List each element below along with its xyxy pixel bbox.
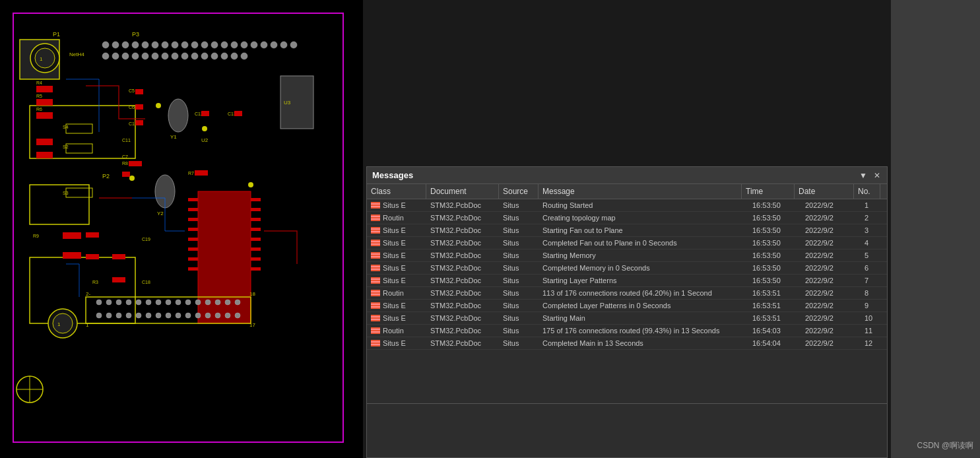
class-text: Situs E xyxy=(383,302,406,310)
svg-point-118 xyxy=(106,300,112,305)
td-class: Routin xyxy=(367,287,426,299)
class-icon xyxy=(371,315,380,321)
table-row[interactable]: Situs ESTM32.PcbDocSitusStarting Fan out… xyxy=(367,224,887,237)
td-source: Situs xyxy=(499,237,539,249)
svg-point-119 xyxy=(116,300,121,305)
svg-rect-90 xyxy=(135,120,143,125)
svg-point-49 xyxy=(152,42,158,48)
svg-point-117 xyxy=(96,300,102,305)
class-text: Situs E xyxy=(383,264,406,272)
td-document: STM32.PcbDoc xyxy=(426,199,499,211)
svg-point-46 xyxy=(122,42,129,48)
svg-text:R6: R6 xyxy=(36,107,42,112)
table-row[interactable]: Situs ESTM32.PcbDocSitusCompleted Memory… xyxy=(367,262,887,275)
svg-point-145 xyxy=(225,313,230,318)
svg-text:R5: R5 xyxy=(36,94,42,98)
svg-text:Y1: Y1 xyxy=(170,134,177,140)
close-button[interactable]: ✕ xyxy=(872,171,882,180)
svg-point-65 xyxy=(112,53,119,59)
svg-point-68 xyxy=(142,53,148,59)
svg-rect-109 xyxy=(112,254,125,259)
td-message: Routing Started xyxy=(539,199,748,211)
table-row[interactable]: Situs ESTM32.PcbDocSitusCompleted Layer … xyxy=(367,300,887,312)
svg-point-130 xyxy=(225,300,230,305)
messages-titlebar: Messages ▼ ✕ xyxy=(367,167,887,184)
svg-point-14 xyxy=(35,48,55,68)
th-source: Source xyxy=(499,184,539,199)
td-time: 16:53:50 xyxy=(748,262,801,274)
table-row[interactable]: Situs ESTM32.PcbDocSitusCompleted Fan ou… xyxy=(367,237,887,249)
td-time: 16:53:51 xyxy=(748,312,801,324)
svg-rect-174 xyxy=(129,161,142,166)
class-icon xyxy=(371,227,380,234)
table-row[interactable]: RoutinSTM32.PcbDocSitus113 of 176 connec… xyxy=(367,287,887,300)
th-message: Message xyxy=(539,184,742,199)
td-document: STM32.PcbDoc xyxy=(426,224,499,236)
table-row[interactable]: RoutinSTM32.PcbDocSitusCreating topology… xyxy=(367,212,887,224)
table-row[interactable]: Situs ESTM32.PcbDocSitusStarting Main16:… xyxy=(367,312,887,325)
td-document: STM32.PcbDoc xyxy=(426,287,499,299)
pin-button[interactable]: ▼ xyxy=(858,171,868,180)
td-time: 16:53:50 xyxy=(748,199,801,211)
svg-point-144 xyxy=(215,313,220,318)
svg-point-131 xyxy=(235,300,240,305)
bottom-area xyxy=(366,404,888,458)
svg-point-143 xyxy=(205,313,211,318)
th-class: Class xyxy=(367,184,426,199)
svg-rect-110 xyxy=(112,277,125,282)
svg-rect-36 xyxy=(251,198,261,201)
svg-rect-176 xyxy=(195,170,208,176)
svg-rect-112 xyxy=(63,252,81,259)
td-no: 7 xyxy=(861,275,887,286)
td-source: Situs xyxy=(499,212,539,224)
svg-rect-43 xyxy=(251,267,261,271)
th-scroll xyxy=(880,184,887,199)
table-row[interactable]: Situs ESTM32.PcbDocSitusRouting Started1… xyxy=(367,199,887,212)
svg-text:U3: U3 xyxy=(284,100,291,106)
td-time: 16:53:51 xyxy=(748,300,801,311)
table-row[interactable]: Situs ESTM32.PcbDocSitusStarting Memory1… xyxy=(367,249,887,262)
td-class: Routin xyxy=(367,325,426,337)
td-class: Routin xyxy=(367,212,426,224)
td-time: 16:54:04 xyxy=(748,337,801,349)
svg-rect-38 xyxy=(251,218,261,221)
svg-point-69 xyxy=(152,53,158,59)
table-row[interactable]: Situs ESTM32.PcbDocSitusStarting Layer P… xyxy=(367,275,887,287)
svg-text:R4: R4 xyxy=(36,81,42,85)
td-message: Completed Main in 13 Seconds xyxy=(539,337,748,349)
td-class: Situs E xyxy=(367,237,426,249)
table-row[interactable]: Situs ESTM32.PcbDocSitusCompleted Main i… xyxy=(367,337,887,350)
svg-point-132 xyxy=(96,313,102,318)
svg-point-128 xyxy=(205,300,211,305)
messages-body[interactable]: Situs ESTM32.PcbDocSitusRouting Started1… xyxy=(367,199,887,403)
class-text: Situs E xyxy=(383,277,406,284)
svg-point-64 xyxy=(102,53,109,59)
svg-point-72 xyxy=(181,53,188,59)
td-message: Creating topology map xyxy=(539,212,748,224)
class-text: Situs E xyxy=(383,226,406,234)
svg-rect-31 xyxy=(188,228,198,231)
svg-text:P2: P2 xyxy=(102,173,110,180)
class-text: Situs E xyxy=(383,339,406,347)
svg-point-78 xyxy=(241,53,247,59)
svg-text:17: 17 xyxy=(249,322,255,328)
svg-text:1: 1 xyxy=(40,56,43,62)
class-text: Routin xyxy=(383,289,404,297)
svg-text:U2: U2 xyxy=(201,137,209,143)
svg-point-66 xyxy=(122,53,129,59)
class-icon xyxy=(371,240,380,246)
svg-point-127 xyxy=(195,300,201,305)
svg-rect-179 xyxy=(201,111,209,116)
table-row[interactable]: RoutinSTM32.PcbDocSitus175 of 176 connec… xyxy=(367,325,887,337)
svg-rect-21 xyxy=(36,112,53,119)
svg-text:C7: C7 xyxy=(122,154,128,159)
svg-rect-41 xyxy=(251,247,261,251)
td-class: Situs E xyxy=(367,199,426,211)
svg-rect-108 xyxy=(86,254,99,259)
td-document: STM32.PcbDoc xyxy=(426,325,499,337)
td-document: STM32.PcbDoc xyxy=(426,237,499,249)
svg-rect-91 xyxy=(122,172,130,177)
td-date: 2022/9/2 xyxy=(801,300,861,311)
th-document: Document xyxy=(426,184,499,199)
svg-point-45 xyxy=(112,42,119,48)
